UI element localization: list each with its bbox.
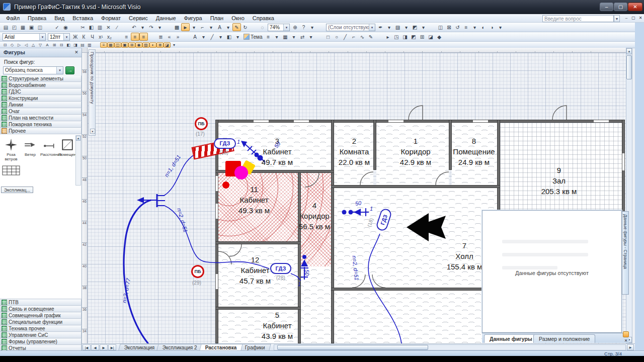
toolbar-icon[interactable]: ▥	[96, 23, 104, 31]
draw-tool-icon[interactable]	[375, 33, 384, 41]
shape-distance[interactable]: Расстояние	[40, 138, 58, 157]
tab-shape-data[interactable]: Данные фигуры	[484, 334, 538, 343]
toolbar-icon[interactable]: ≡	[264, 33, 273, 41]
toolbar-icon[interactable]: ◫	[436, 23, 445, 31]
toolbar-icon[interactable]: ▾	[233, 33, 242, 41]
toolbar-icon[interactable]: А	[215, 23, 224, 31]
toolbar-icon[interactable]	[315, 33, 324, 41]
shape-data-side-tab[interactable]: Данные фигуры - Страница	[622, 211, 629, 295]
scrollbar-thumb[interactable]	[626, 55, 632, 79]
scrollbar-thumb[interactable]	[277, 345, 428, 350]
toolbar-icon[interactable]: ?	[299, 23, 308, 31]
toolbar-icon[interactable]: ▾	[207, 23, 215, 31]
stencil-bar[interactable]: ГДЗС	[0, 88, 82, 95]
gdz-unit-badge[interactable]: ГДЗ	[270, 263, 291, 274]
toolbar-icon[interactable]	[148, 33, 156, 41]
toolbar-icon[interactable]: ◰	[10, 23, 19, 31]
toolbar-icon[interactable]: ▾	[216, 33, 225, 41]
toolbar-icon[interactable]: ◩	[410, 33, 418, 41]
page-nav-button[interactable]: |◀	[83, 344, 91, 350]
sheet-tab-explication-2[interactable]: Экспликация 2	[157, 344, 203, 350]
explication-button[interactable]: Экспликац...	[1, 187, 33, 193]
stencil-bar[interactable]: Конструкции	[0, 95, 82, 102]
toolbar-icon[interactable]: ▾	[385, 23, 393, 31]
toolbar-icon[interactable]: ▦	[107, 42, 114, 48]
toolbar-icon[interactable]: ◌	[258, 23, 267, 31]
stencil-bar[interactable]: Техника прочее	[0, 325, 82, 332]
menu-item[interactable]: Формат	[97, 15, 125, 22]
shape-room[interactable]: Помещения	[58, 138, 76, 157]
toolbar-icon[interactable]: ▦	[19, 23, 27, 31]
shape-data-close-icon[interactable]: ✕	[623, 338, 629, 344]
sheet-tab-explication[interactable]: Экспликация	[118, 344, 160, 350]
toolbar-icon[interactable]: «	[165, 33, 174, 41]
toolbar-icon[interactable]: ◫	[36, 23, 44, 31]
stencil-bar[interactable]: Формы (управление)	[0, 338, 82, 345]
menu-item[interactable]: Сервис	[125, 15, 152, 22]
toolbar-icon[interactable]: ✓	[53, 23, 61, 31]
toolbar-icon[interactable]	[316, 23, 325, 31]
theme-button[interactable]: Тема	[242, 33, 264, 41]
stencil-bar[interactable]: Пожарная техника	[0, 121, 82, 128]
toolbar-icon[interactable]: ◪	[164, 42, 171, 48]
smoke-icon[interactable]	[234, 166, 248, 179]
toolbar-icon[interactable]: x₂	[105, 33, 114, 41]
shapes-panel-close-icon[interactable]: ✕	[73, 50, 79, 56]
stencil-bar[interactable]: Специальные функции	[0, 319, 82, 325]
stencil-scrollbar[interactable]: ▲	[75, 135, 81, 186]
toolbar-icon[interactable]: ≡	[100, 42, 107, 48]
help-bulb-icon[interactable]	[623, 331, 629, 337]
toolbar-icon[interactable]: ◧	[225, 33, 233, 41]
menu-item[interactable]: Правка	[24, 15, 50, 22]
stencil-bar[interactable]: Связь и освещение	[0, 306, 82, 312]
stencil-bar[interactable]: План на местности	[0, 115, 82, 121]
draw-tool-icon[interactable]: ○	[333, 33, 341, 41]
toolbar-icon[interactable]	[428, 23, 436, 31]
toolbar-icon[interactable]: ▾	[290, 33, 298, 41]
toolbar-icon[interactable]: ∕	[113, 23, 121, 31]
toolbar-icon[interactable]: ▷	[16, 42, 23, 48]
toolbar-icon[interactable]: ▾	[273, 33, 281, 41]
toolbar-icon[interactable]: ◁	[23, 42, 30, 48]
toolbar-icon[interactable]: ◳	[392, 33, 401, 41]
stencil-bar-other[interactable]: Прочее	[0, 128, 82, 134]
toolbar-icon[interactable]: ⊞	[51, 42, 58, 48]
toolbar-icon[interactable]: ▦	[281, 33, 290, 41]
toolbar-icon[interactable]: △	[30, 42, 37, 48]
font-combo[interactable]: Arial▾	[3, 33, 46, 41]
toolbar-icon[interactable]	[44, 23, 53, 31]
toolbar-icon[interactable]: ▾	[496, 23, 505, 31]
vertical-scrollbar[interactable]: ▲ ▼	[626, 48, 632, 343]
toolbar-icon[interactable]: ⇄	[298, 33, 307, 41]
toolbar-icon[interactable]: ↺	[453, 23, 462, 31]
toolbar-icon[interactable]: ≡	[139, 33, 148, 41]
toolbar-icon[interactable]: ◉	[61, 23, 70, 31]
toolbar-icon[interactable]: ≣	[156, 33, 165, 41]
toolbar-icon[interactable]: ▥	[86, 42, 93, 48]
toolbar-icon[interactable]: ╱	[208, 33, 216, 41]
close-button[interactable]: ✕	[628, 3, 642, 11]
sheet-tab-rasstanovka[interactable]: Расстановка	[200, 344, 243, 350]
toolbar-icon[interactable]: А	[44, 42, 51, 48]
zoom-combo[interactable]: 74%▾	[268, 24, 290, 31]
draw-tool-icon[interactable]: ✎	[367, 33, 375, 41]
toolbar-icon[interactable]: ⌐	[198, 23, 207, 31]
fire-point-icon[interactable]	[222, 182, 229, 189]
attack-direction-arrow[interactable]	[407, 213, 446, 241]
page-nav-button[interactable]: ▶|	[108, 344, 116, 350]
toolbar-icon[interactable]: ◫	[114, 42, 121, 48]
toolbar-icon[interactable]: ▽	[37, 42, 44, 48]
toolbar-icon[interactable]: ▣	[121, 42, 128, 48]
page-nav-button[interactable]: ◀	[91, 344, 99, 350]
toolbar-icon[interactable]: ✒	[376, 23, 385, 31]
stencil-bar[interactable]: Водоснабжение	[0, 82, 82, 88]
doc-restore-button[interactable]: ▢	[630, 15, 637, 22]
toolbar-icon[interactable]: ▣	[27, 23, 36, 31]
toolbar-icon[interactable]: А	[191, 33, 199, 41]
toolbar-icon[interactable]	[121, 23, 130, 31]
toolbar-icon[interactable]: ✎	[232, 23, 241, 31]
stencil-bar[interactable]: ПТВ	[0, 299, 82, 306]
toolbar-icon[interactable]: ⊡	[2, 42, 9, 48]
toolbar-icon[interactable]	[250, 23, 258, 31]
toolbar-icon[interactable]	[164, 23, 173, 31]
